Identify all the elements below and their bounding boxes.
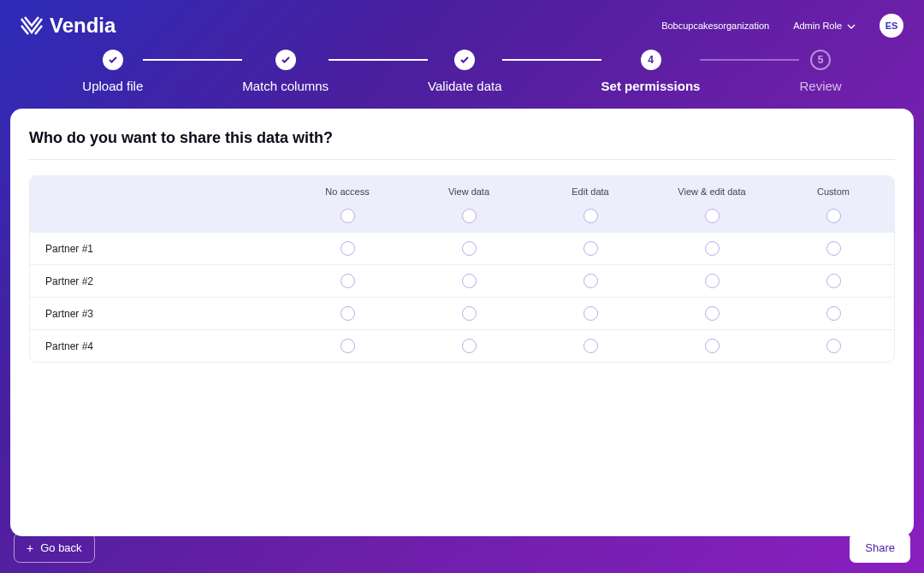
role-label: Admin Role xyxy=(793,21,842,31)
col-no-access: No access xyxy=(287,176,408,204)
radio-view[interactable] xyxy=(462,306,477,321)
radio-custom[interactable] xyxy=(826,306,841,321)
select-all-custom[interactable] xyxy=(826,209,841,223)
radio-custom[interactable] xyxy=(826,241,841,256)
radio-no-access[interactable] xyxy=(341,306,355,321)
check-icon xyxy=(454,50,475,70)
brand-logo[interactable]: Vendia xyxy=(21,14,116,38)
share-button[interactable]: Share xyxy=(850,533,910,563)
radio-view-edit[interactable] xyxy=(705,339,720,353)
table-row: Partner #4 xyxy=(30,329,894,362)
radio-edit[interactable] xyxy=(583,241,598,256)
step-set-permissions[interactable]: 4 Set permissions xyxy=(601,50,701,93)
step-match-columns[interactable]: Match columns xyxy=(242,50,329,93)
step-number: 4 xyxy=(641,50,661,70)
radio-view-edit[interactable] xyxy=(705,274,720,288)
select-all-view-edit[interactable] xyxy=(705,209,720,223)
panel-title: Who do you want to share this data with? xyxy=(29,129,895,160)
col-edit-data: Edit data xyxy=(530,176,651,204)
plus-icon: + xyxy=(27,542,33,554)
select-all-edit[interactable] xyxy=(583,209,598,223)
table-row: Partner #3 xyxy=(30,297,894,329)
select-all-no-access[interactable] xyxy=(341,209,355,223)
permissions-panel: Who do you want to share this data with?… xyxy=(10,109,914,536)
partner-name: Partner #3 xyxy=(30,308,287,320)
brand-name: Vendia xyxy=(50,14,116,38)
radio-edit[interactable] xyxy=(583,274,598,288)
partner-name: Partner #1 xyxy=(30,243,287,255)
radio-edit[interactable] xyxy=(583,306,598,321)
radio-edit[interactable] xyxy=(583,339,598,353)
radio-no-access[interactable] xyxy=(341,339,355,353)
step-number: 5 xyxy=(810,50,831,70)
radio-no-access[interactable] xyxy=(341,274,355,288)
table-row: Partner #2 xyxy=(30,264,894,297)
table-header-row: No access View data Edit data View & edi… xyxy=(30,176,894,232)
check-icon xyxy=(275,50,296,70)
radio-view-edit[interactable] xyxy=(705,306,720,321)
partner-name: Partner #2 xyxy=(30,275,287,287)
col-view-edit-data: View & edit data xyxy=(651,176,773,204)
radio-view[interactable] xyxy=(462,274,477,288)
vendia-logo-icon xyxy=(21,16,43,35)
radio-view-edit[interactable] xyxy=(705,241,720,256)
radio-custom[interactable] xyxy=(826,339,841,353)
go-back-button[interactable]: + Go back xyxy=(14,533,95,563)
step-review[interactable]: 5 Review xyxy=(799,50,841,93)
avatar[interactable]: ES xyxy=(880,14,903,38)
col-custom: Custom xyxy=(773,176,894,204)
step-upload-file[interactable]: Upload file xyxy=(82,50,143,93)
org-name[interactable]: Bobcupcakesorganization xyxy=(661,21,769,31)
chevron-down-icon xyxy=(847,21,856,31)
radio-custom[interactable] xyxy=(826,274,841,288)
step-validate-data[interactable]: Validate data xyxy=(428,50,501,93)
radio-view[interactable] xyxy=(462,339,477,353)
wizard-stepper: Upload file Match columns Validate data … xyxy=(0,50,924,93)
select-all-view[interactable] xyxy=(462,209,477,223)
permissions-table: No access View data Edit data View & edi… xyxy=(29,175,895,363)
col-view-data: View data xyxy=(408,176,530,204)
table-row: Partner #1 xyxy=(30,232,894,264)
partner-name: Partner #4 xyxy=(30,340,287,352)
role-selector[interactable]: Admin Role xyxy=(793,21,856,31)
check-icon xyxy=(103,50,123,70)
radio-view[interactable] xyxy=(462,241,477,256)
radio-no-access[interactable] xyxy=(341,241,355,256)
